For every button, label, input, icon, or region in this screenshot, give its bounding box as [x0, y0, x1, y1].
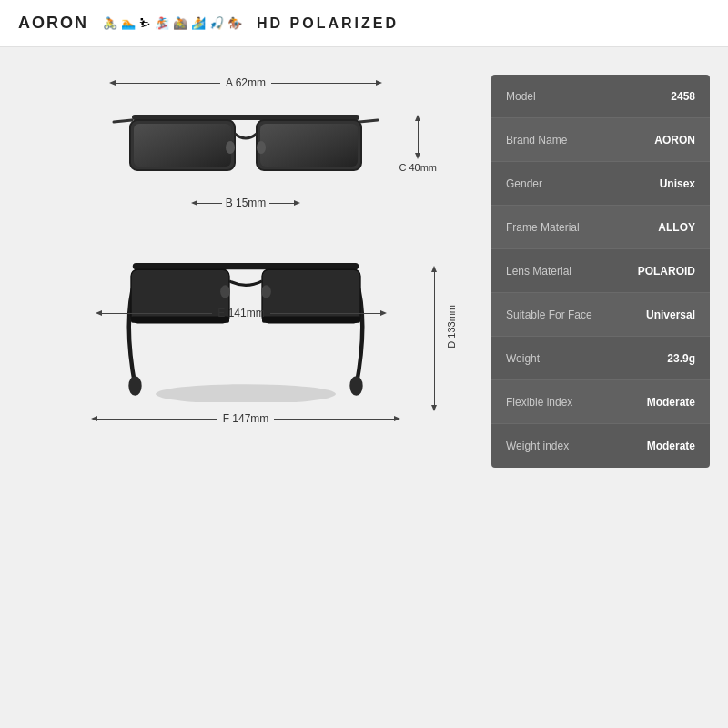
dim-f-line-left: [97, 419, 217, 420]
dim-a-arrow-left: [109, 80, 116, 86]
ski-icon: ⛷: [139, 16, 151, 30]
spec-row: Brand NameAORON: [491, 118, 710, 162]
spec-value: 2458: [671, 90, 695, 103]
cycle-icon: 🚵: [173, 16, 187, 30]
dim-c-arrow-up: [415, 115, 420, 121]
dim-a-line-left: [116, 83, 220, 84]
dim-a-label: A 62mm: [220, 76, 271, 89]
svg-point-14: [261, 285, 271, 298]
dim-d-arrow-down: [431, 405, 437, 411]
svg-rect-4: [134, 124, 231, 167]
spec-row: Flexible indexModerate: [491, 380, 710, 424]
dim-c-line: [418, 121, 419, 153]
svg-point-9: [156, 384, 336, 402]
spec-row: Weight23.9g: [491, 337, 710, 380]
svg-point-8: [257, 141, 266, 154]
spec-key: Weight: [506, 352, 667, 365]
dim-a-line-right: [271, 83, 376, 84]
main-content: A 62mm: [0, 47, 728, 728]
dim-b-label: B 15mm: [222, 197, 270, 209]
dim-b-arrow-left: [191, 200, 197, 206]
dim-c-annotation: C 40mm: [399, 115, 437, 173]
dim-c-label: C 40mm: [399, 162, 437, 173]
dim-a-annotation: A 62mm: [109, 76, 382, 89]
dim-e-line-right: [270, 313, 380, 314]
dim-d-line: [434, 272, 435, 405]
spec-key: Flexible index: [506, 396, 647, 409]
dim-a-arrow-right: [376, 80, 382, 86]
svg-line-0: [114, 120, 132, 122]
fish-icon: 🎣: [209, 16, 224, 30]
spec-value: Moderate: [647, 440, 695, 452]
svg-point-7: [226, 141, 235, 154]
svg-point-13: [220, 285, 230, 298]
dim-d-annotation: D 133mm: [431, 266, 437, 411]
dim-f-arrow-right: [394, 416, 400, 421]
snowboard-icon: 🏂: [155, 16, 169, 30]
dim-c-arrow-down: [415, 153, 420, 159]
spec-key: Model: [506, 90, 671, 103]
dim-f-annotation: F 147mm: [91, 412, 400, 425]
spec-row: Suitable For FaceUniversal: [491, 293, 710, 337]
spec-value: Unisex: [660, 177, 695, 190]
svg-rect-6: [260, 124, 358, 167]
spec-value: POLAROID: [638, 265, 695, 278]
spec-value: AORON: [654, 134, 695, 147]
spec-value: Moderate: [647, 396, 695, 409]
brand-name: AORON: [18, 14, 88, 33]
spec-row: Lens MaterialPOLAROID: [491, 249, 710, 293]
surf-icon: 🏄: [191, 16, 206, 30]
front-glasses-section: A 62mm: [100, 102, 391, 184]
dim-b-arrow-right: [294, 200, 300, 206]
back-glasses-section: D 133mm E 141mm F 147mm: [100, 238, 391, 402]
dim-f-arrow-left: [91, 416, 97, 421]
dim-e-annotation: E 141mm: [96, 307, 387, 319]
spec-value: Universal: [646, 308, 695, 321]
spec-row: Model2458: [491, 75, 710, 118]
spec-row: GenderUnisex: [491, 162, 710, 206]
spec-row: Frame MaterialALLOY: [491, 206, 710, 249]
dim-e-arrow-right: [380, 310, 387, 316]
dim-b-line-right: [269, 203, 294, 204]
diagram-panel: A 62mm: [18, 66, 473, 710]
svg-rect-10: [133, 263, 359, 269]
spec-key: Frame Material: [506, 221, 658, 234]
spec-key: Lens Material: [506, 265, 638, 278]
spec-key: Suitable For Face: [506, 308, 646, 321]
spec-value: 23.9g: [667, 352, 695, 365]
dim-f-line-right: [274, 419, 394, 420]
svg-point-17: [128, 376, 141, 396]
spec-key: Gender: [506, 177, 660, 190]
dim-d-arrow-up: [431, 266, 437, 272]
product-title: HD POLARIZED: [257, 15, 399, 32]
specs-panel: Model2458Brand NameAORONGenderUnisexFram…: [491, 75, 710, 468]
spec-key: Weight index: [506, 440, 647, 452]
dim-e-label: E 141mm: [212, 307, 269, 319]
activity-icons: 🚴 🏊 ⛷ 🏂 🚵 🏄 🎣 🏇: [103, 16, 242, 30]
glasses-front-svg: [105, 102, 387, 184]
dim-e-line-left: [102, 313, 212, 314]
spec-row: Weight indexModerate: [491, 424, 710, 468]
spec-key: Brand Name: [506, 134, 654, 147]
dim-e-arrow-left: [96, 310, 102, 316]
horse-icon: 🏇: [228, 16, 242, 30]
header: AORON 🚴 🏊 ⛷ 🏂 🚵 🏄 🎣 🏇 HD POLARIZED: [0, 0, 728, 47]
svg-line-1: [359, 120, 378, 122]
dim-b-line-left: [197, 203, 222, 204]
spec-value: ALLOY: [658, 221, 695, 234]
dim-f-label: F 147mm: [217, 412, 275, 425]
swim-icon: 🏊: [121, 16, 136, 30]
bike-icon: 🚴: [103, 16, 117, 30]
svg-point-18: [349, 376, 362, 396]
dim-b-annotation: B 15mm: [191, 197, 300, 209]
dim-d-label: D 133mm: [446, 305, 457, 349]
glasses-back-svg: [100, 238, 391, 402]
